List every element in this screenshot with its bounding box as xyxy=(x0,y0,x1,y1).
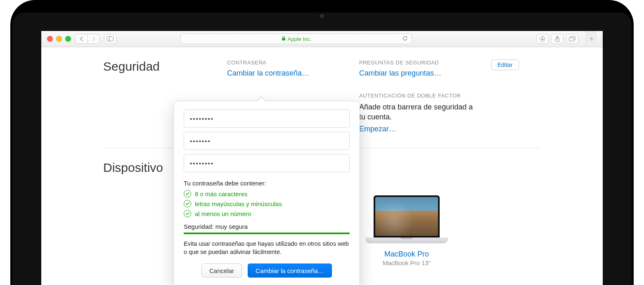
check-icon xyxy=(184,210,191,217)
strength-label: Seguridad: muy segura xyxy=(184,223,350,230)
lock-icon xyxy=(282,36,286,42)
new-password-input[interactable] xyxy=(184,132,350,150)
password-rules-heading: Tu contraseña debe contener: xyxy=(184,180,350,187)
sidebar-button[interactable] xyxy=(104,34,116,44)
reload-icon[interactable] xyxy=(402,36,408,43)
popover-actions: Cancelar Cambiar la contraseña… xyxy=(184,264,350,278)
rule-number: al menos un número xyxy=(184,210,350,217)
edit-button[interactable]: Editar xyxy=(491,59,519,70)
change-password-link[interactable]: Cambiar la contraseña… xyxy=(227,69,309,77)
stage: Apple Inc. + Seguridad CONTRASEÑA xyxy=(0,0,644,285)
downloads-button[interactable] xyxy=(536,34,549,44)
camera-icon xyxy=(320,14,324,19)
twofa-label: AUTENTICACIÓN DE DOBLE FACTOR xyxy=(359,93,475,99)
tabs-button[interactable] xyxy=(566,34,578,44)
maximize-icon[interactable] xyxy=(65,36,71,42)
rule-length: 8 o más caracteres xyxy=(184,190,350,197)
rule-number-text: al menos un número xyxy=(195,210,251,217)
svg-rect-0 xyxy=(107,37,114,41)
back-button[interactable] xyxy=(75,34,88,44)
twofa-desc: Añade otra barrera de seguridad a tu cue… xyxy=(359,102,475,122)
cancel-button[interactable]: Cancelar xyxy=(201,264,242,278)
svg-rect-6 xyxy=(569,38,574,41)
minimize-icon[interactable] xyxy=(56,36,62,42)
security-questions-label: PREGUNTAS DE SEGURIDAD xyxy=(359,59,475,66)
window-controls xyxy=(47,36,71,42)
confirm-password-input[interactable] xyxy=(184,154,350,172)
forward-button[interactable] xyxy=(88,34,100,44)
url-text: Apple Inc. xyxy=(288,36,312,42)
device-card[interactable]: MacBook Pro MacBook Pro 13" xyxy=(359,191,454,266)
address-bar[interactable]: Apple Inc. xyxy=(180,33,412,44)
device-name: MacBook Pro xyxy=(359,250,454,259)
share-button[interactable] xyxy=(551,34,564,44)
new-tab-button[interactable]: + xyxy=(586,31,597,47)
rule-length-text: 8 o más caracteres xyxy=(195,190,248,197)
twofa-start-link[interactable]: Empezar… xyxy=(359,125,396,133)
current-password-input[interactable] xyxy=(184,109,350,128)
page-content: Seguridad CONTRASEÑA Cambiar la contrase… xyxy=(41,47,603,285)
change-questions-link[interactable]: Cambiar las preguntas… xyxy=(359,69,441,77)
security-title: Seguridad xyxy=(103,59,211,74)
check-icon xyxy=(184,200,191,207)
device-sub: MacBook Pro 13" xyxy=(359,259,454,266)
rule-case-text: letras mayúsculas y minúsculas xyxy=(195,200,282,207)
svg-rect-2 xyxy=(282,38,285,40)
strength-bar xyxy=(184,233,350,234)
change-password-popover: Tu contraseña debe contener: 8 o más car… xyxy=(173,101,360,285)
safari-toolbar: Apple Inc. + xyxy=(41,31,603,47)
close-icon[interactable] xyxy=(47,36,53,42)
submit-button[interactable]: Cambiar la contraseña… xyxy=(248,264,332,278)
rule-case: letras mayúsculas y minúsculas xyxy=(184,200,350,207)
check-icon xyxy=(184,190,191,197)
nav-buttons xyxy=(75,34,100,44)
macbook-icon xyxy=(365,195,448,245)
screen: Apple Inc. + Seguridad CONTRASEÑA xyxy=(41,31,603,285)
toolbar-right xyxy=(536,34,578,44)
password-label: CONTRASEÑA xyxy=(227,59,343,66)
password-advice: Evita usar contraseñas que hayas utiliza… xyxy=(184,240,350,256)
